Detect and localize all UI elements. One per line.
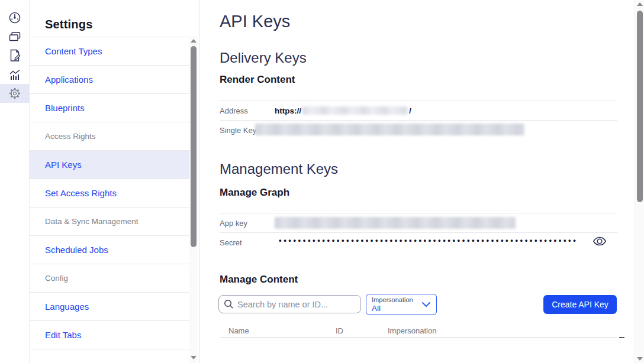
sidebar-item-api-keys[interactable]: API Keys [30,151,189,179]
secret-masked-value: ••••••••••••••••••••••••••••••••••••••••… [279,236,578,245]
page-title: API Keys [220,12,290,31]
search-input[interactable] [237,300,356,309]
sidebar-item-applications[interactable]: Applications [30,66,189,94]
reveal-secret-button[interactable] [591,234,608,249]
sidebar-section-access-rights: Access Rights [30,122,189,151]
rail-item-analytics[interactable] [0,66,30,85]
rail-item-settings[interactable] [0,84,30,103]
divider [220,120,617,121]
settings-gear-icon [8,87,21,100]
rail-item-collections[interactable] [0,27,30,46]
page-scrollbar[interactable] [635,0,644,363]
divider [220,232,617,233]
sidebar-section-config: Config [30,264,189,293]
secret-label: Secret [220,238,242,247]
collections-folders-icon [8,31,21,43]
address-label: Address [220,106,248,115]
table-header-divider [220,338,617,338]
impersonation-filter-dropdown[interactable]: Impersonation All [366,294,437,315]
search-box [218,295,361,313]
manage-content-title: Manage Content [220,274,298,286]
redacted-single-key [255,124,524,135]
sidebar-scroll-down-arrow[interactable] [191,356,197,359]
manage-graph-title: Manage Graph [220,187,289,199]
column-header-impersonation: Impersonation [388,326,436,335]
sidebar-item-blueprints[interactable]: Blueprints [30,94,189,122]
sidebar-section-data-sync: Data & Sync Management [30,208,189,236]
management-keys-heading: Management Keys [220,161,338,177]
chevron-down-icon [421,302,431,307]
content-entry-icon [8,48,21,63]
search-icon [224,299,234,309]
sidebar-item-scheduled-jobs[interactable]: Scheduled Jobs [30,236,189,264]
page-scroll-up-arrow[interactable] [637,2,643,6]
divider [220,101,617,101]
icon-rail [0,0,30,363]
create-api-key-button[interactable]: Create API Key [543,295,617,314]
sidebar-nav: Content Types Applications Blueprints Ac… [30,37,189,349]
sidebar-item-edit-tabs[interactable]: Edit Tabs [30,321,189,349]
sidebar-scrollbar[interactable] [189,37,198,363]
app-key-label: App key [220,219,247,228]
redacted-address [302,106,408,115]
divider [220,213,617,213]
filter-label: Impersonation [372,296,413,304]
table-header-divider-end [619,337,624,338]
main-content: API Keys Delivery Keys Render Content Ad… [200,0,635,363]
render-content-title: Render Content [220,74,295,86]
rail-item-dashboard[interactable] [0,8,30,27]
sidebar-item-content-types[interactable]: Content Types [30,37,189,66]
analytics-chart-icon [8,69,21,82]
rail-item-content[interactable] [0,46,30,65]
api-keys-table-header: Name ID Impersonation [220,326,617,338]
sidebar-item-languages[interactable]: Languages [30,293,189,321]
page-scroll-down-arrow[interactable] [637,357,643,361]
filter-selected-value: All [372,304,413,313]
dashboard-gauge-icon [8,11,21,24]
address-value: https:// / [275,105,411,116]
column-header-name: Name [228,326,249,335]
eye-icon [593,236,607,247]
single-key-label: Single Key [220,126,256,135]
sidebar-item-set-access-rights[interactable]: Set Access Rights [30,179,189,208]
sidebar-scroll-up-arrow[interactable] [191,39,197,43]
sidebar-title: Settings [30,0,199,31]
delivery-keys-heading: Delivery Keys [220,50,307,66]
redacted-app-key [275,217,516,229]
column-header-id: ID [336,326,343,335]
page-scrollbar-thumb[interactable] [637,11,643,202]
settings-sidebar: Settings Content Types Applications Blue… [30,0,199,363]
sidebar-scrollbar-thumb[interactable] [191,46,197,247]
